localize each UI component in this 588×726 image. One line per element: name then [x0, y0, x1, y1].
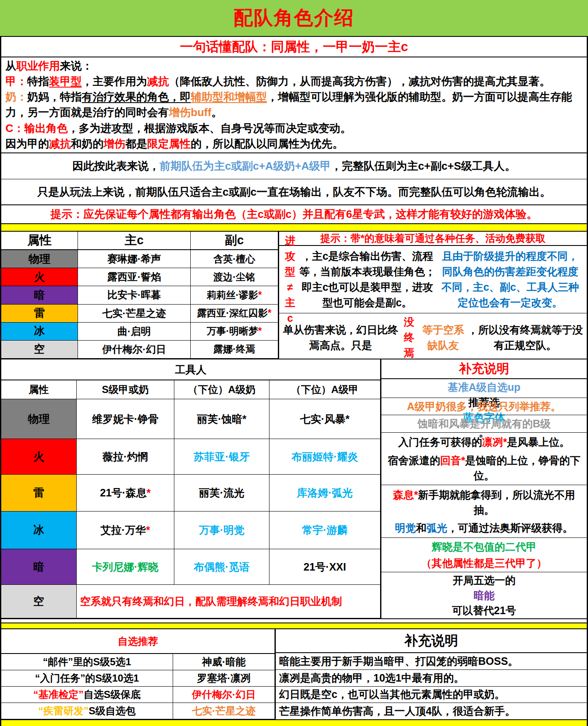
intro-healer: 奶：奶妈，特指有治疗效果的角色，即辅助型和增幅型，增幅型可以理解为强化版的辅助型…	[5, 89, 583, 120]
attr-cell-ice: 冰	[1, 323, 78, 341]
text-segment: 奶：	[5, 90, 27, 103]
attr-cell-fire: 火	[1, 268, 78, 286]
attr-cell-fire: 火	[1, 439, 77, 475]
note-line-1: 因此按此表来说，前期队伍为主c或副c+A级奶+A级甲，完整队伍则为主c+副c+S…	[1, 153, 587, 179]
bottom-note-row: 幻日既是空c，也可以当其他元素属性的甲或奶。	[276, 687, 587, 703]
pick-cell: “基准检定”自选S级保底	[1, 687, 173, 703]
sub-c-cell: 露西亚·深红囚影*	[191, 305, 278, 323]
text-segment: 装甲型	[49, 75, 82, 88]
side-cell-free-units: 森息*新手期就能拿得到，所以流光不用抽。 明觉和弧光，可通过法奥斯评级获得。	[381, 485, 587, 538]
text-segment: 等于空系缺队友	[419, 322, 467, 353]
text-segment: 七实·风暴*	[300, 412, 350, 426]
text-segment: 21号·XXI	[303, 560, 346, 574]
text-segment: 七实·芒星之迹	[192, 704, 256, 718]
subtitle-row: 一句话懂配队：同属性，一甲一奶一主c	[1, 37, 587, 57]
text-segment: 薇拉·灼惘	[103, 450, 148, 464]
text-segment: 甲：	[5, 75, 27, 88]
intro-armor: 甲：特指装甲型，主要作用为减抗（降低敌人抗性、防御力，从而提高我方伤害），减抗对…	[5, 74, 583, 89]
side-paragraph: 入门任务可获得的凛冽*是风暴上位。	[398, 434, 570, 450]
bottom-notes-table: 补充说明 暗能主要用于新手期当暗甲、打囚笼的弱暗BOSS。 凛冽是高贵的物甲，1…	[275, 629, 587, 719]
text-segment: 增伤	[104, 137, 125, 150]
side-paragraph: （其他属性都是三代甲了）	[421, 555, 547, 571]
text-segment: 宿舍派遣的	[388, 455, 440, 466]
text-segment: （降低敌人抗性、防御力，从而提高我方伤害），减抗对伤害的提高尤其显著。	[169, 75, 550, 88]
main-c-cell: 伊什梅尔·幻日	[78, 341, 191, 359]
column-header-attr: 属性	[1, 232, 78, 250]
text-segment: ，可通过法奥斯评级获得。	[448, 522, 573, 534]
text-segment: *	[268, 307, 272, 319]
reward-cell: 神威·暗能	[173, 654, 275, 670]
subheader-a-healer: （下位）A级奶	[174, 380, 269, 399]
text-segment: 苏菲亚·银牙	[194, 450, 249, 464]
pick-cell: “入门任务”的S级10选1	[1, 670, 173, 687]
sub-c-cell: 渡边·尘铭	[191, 268, 278, 286]
text-segment: 是风暴上位。	[507, 436, 570, 448]
carry-table-grid: 属性 主c 副c 物理 赛琳娜·希声 含英·檀心 火 露西亚·誓焰 渡边·尘铭 …	[1, 232, 278, 359]
subheader-s-rank: S级甲或奶	[77, 380, 174, 399]
text-segment: 减抗	[49, 137, 71, 150]
text-segment: 进攻型≠主c	[282, 233, 298, 326]
text-segment: 奶妈，特指	[27, 90, 82, 103]
text-segment: 渡边·尘铭	[213, 271, 255, 284]
text-segment: 七实·芒星之迹	[102, 307, 166, 320]
role-cell: 苏菲亚·银牙	[174, 439, 269, 475]
sheet: 一句话懂配队：同属性，一甲一奶一主c 从职业作用来说： 甲：特指装甲型，主要作用…	[0, 36, 588, 726]
text-segment: 卡列尼娜·辉晓	[92, 560, 158, 574]
text-segment: 都是	[125, 137, 147, 150]
subheader-a-tank: （下位）A级甲	[269, 380, 380, 399]
sub-c-cell: 万事·明晰梦*	[191, 323, 278, 341]
bottom-note-row: 凛冽是高贵的物甲，10选1中最有用的。	[276, 670, 587, 687]
text-segment: 莉莉丝·谬影	[207, 289, 258, 302]
text-segment: 罗塞塔·凛冽	[197, 672, 251, 685]
text-segment: 的，所以配队以同属性为优先。	[191, 137, 343, 150]
sub-c-cell: 莉莉丝·谬影*	[191, 286, 278, 304]
attr-cell-void: 空	[1, 341, 78, 359]
yellow-divider-middle	[1, 623, 587, 629]
bottom-note-row: 芒星操作简单伤害高，且一人顶4队，很适合新手。	[276, 703, 587, 719]
text-segment: 因为甲的	[5, 137, 49, 150]
text-segment: 和	[416, 522, 427, 534]
text-segment: 自选S级保底	[83, 688, 140, 701]
main-c-cell: 七实·芒星之迹	[78, 305, 191, 323]
text-segment: 。	[211, 106, 222, 119]
text-segment: *	[147, 487, 151, 499]
side-panel-title: 补充说明	[381, 359, 587, 379]
yellow-divider-bottom	[1, 720, 587, 726]
side-cell-upgrades: 入门任务可获得的凛冽*是风暴上位。 宿舍派遣的回音*是蚀暗的上位，铮骨的下位。	[381, 433, 587, 486]
text-segment: 可以替代21号	[452, 603, 516, 618]
text-segment: *	[258, 326, 262, 337]
text-segment: 暗能	[474, 588, 495, 603]
text-segment: 是蚀暗的上位，铮骨的下位。	[465, 455, 580, 481]
white-gap	[1, 619, 587, 623]
sub-c-cell: 露娜·终焉	[191, 341, 278, 359]
text-segment: 弧光	[427, 522, 448, 534]
role-cell: 七实·风暴*	[269, 399, 380, 439]
intro-lead: 从职业作用来说：	[5, 58, 583, 74]
text-segment: 神威·暗能	[202, 655, 246, 669]
text-segment: 库洛姆·弧光	[297, 486, 352, 500]
role-cell: 维罗妮卡·铮骨	[77, 399, 174, 439]
text-segment: 维罗妮卡·铮骨	[92, 412, 158, 426]
sub-c-cell: 含英·檀心	[191, 250, 278, 268]
text-segment: 蚀暗和风暴是开局就有的B级	[417, 416, 551, 431]
selector-title: 自选推荐	[1, 629, 275, 654]
bottom-notes-title: 补充说明	[276, 629, 587, 653]
reward-cell: 伊什梅尔·幻日	[173, 687, 275, 703]
role-cell: 布偶熊·觅语	[174, 549, 269, 585]
text-segment: 曲·启明	[117, 325, 151, 338]
text-segment: 丽芙·蚀暗*	[197, 412, 246, 426]
intro-because: 因为甲的减抗和奶的增伤都是限定属性的，所以配队以同属性为优先。	[5, 136, 583, 152]
main-c-cell: 赛琳娜·希声	[78, 250, 191, 268]
text-segment: 因此按此表来说，	[73, 159, 160, 173]
text-segment: “疾雷研发”	[38, 704, 88, 718]
side-cell-b-rank: 蚀暗和风暴是开局就有的B级	[381, 415, 587, 433]
text-segment: ，完整队伍则为主c+副c+S级工具人。	[331, 159, 516, 173]
text-segment: 没终焉	[399, 314, 419, 361]
text-segment: 露西亚·深红囚影	[197, 307, 268, 320]
text-segment: A级甲奶很多，我这只列举推荐。	[407, 399, 561, 414]
attr-cell-phys: 物理	[1, 250, 78, 268]
column-header-subc: 副c	[191, 232, 278, 250]
text-segment: 辉晓是不包值的二代甲	[432, 541, 536, 553]
carry-table-side-panel: 提示：带*的意味着可通过各种任务、活动免费获取 进攻型≠主c，主c是综合输出伤害…	[278, 232, 587, 359]
text-segment: 伊什梅尔·幻日	[102, 343, 166, 356]
